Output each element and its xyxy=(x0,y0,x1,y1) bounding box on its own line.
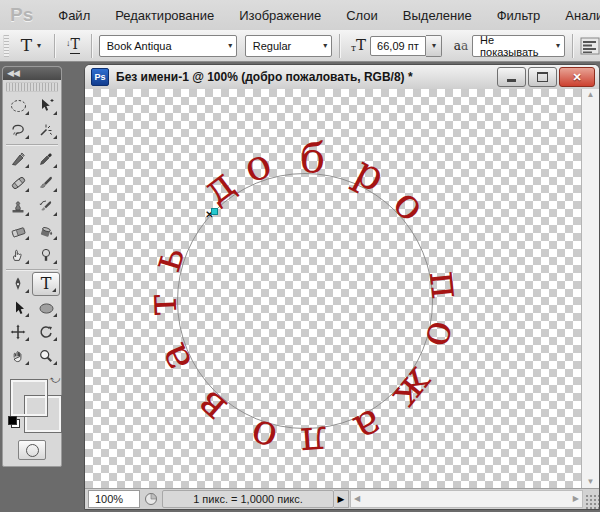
magic-wand-icon[interactable] xyxy=(32,118,60,142)
options-grip[interactable] xyxy=(3,35,9,57)
elliptical-marquee-tool[interactable] xyxy=(4,94,32,118)
tool-group-separator xyxy=(6,269,58,270)
font-style-value: Regular xyxy=(253,40,292,52)
clone-stamp-icon[interactable] xyxy=(4,195,32,219)
menu-layers[interactable]: Слои xyxy=(337,8,387,23)
eyedropper-icon[interactable] xyxy=(32,147,60,171)
minimize-icon xyxy=(507,79,516,82)
anti-alias-value: Не показывать xyxy=(480,34,550,58)
menu-image[interactable]: Изображение xyxy=(230,8,330,23)
canvas[interactable]: добро пожаловать ✕ xyxy=(85,89,581,488)
menu-edit[interactable]: Редактирование xyxy=(106,8,223,23)
font-family-value: Book Antiqua xyxy=(107,40,172,52)
circle-letter: л xyxy=(299,420,329,464)
collapse-panel-button[interactable]: ◀◀ xyxy=(3,67,61,80)
hand-tool-icon[interactable] xyxy=(4,344,32,368)
text-orientation-button[interactable]: ↓ T xyxy=(62,35,84,55)
maximize-icon xyxy=(537,72,548,82)
align-left-icon[interactable] xyxy=(580,37,600,55)
3d-rotate-icon[interactable] xyxy=(4,320,32,344)
history-brush-icon[interactable] xyxy=(32,195,60,219)
circle-letter xyxy=(412,228,456,257)
anti-alias-icon: aa xyxy=(454,40,468,52)
color-swatches: ⤸ xyxy=(3,374,61,436)
status-bar: 100% 1 пикс. = 1,0000 пикс. ▶ ◀ ▶ xyxy=(85,488,599,509)
separator xyxy=(91,34,92,58)
tool-preset-picker[interactable]: T ▾ xyxy=(15,35,47,56)
circle-letter: в xyxy=(188,384,233,431)
photoshop-app: { "menu_bar": { "logo": "Ps", "items": [… xyxy=(0,0,600,512)
scroll-down-icon[interactable]: ▼ xyxy=(587,478,595,486)
font-size-icon: тT xyxy=(351,38,366,53)
path-selection-icon[interactable] xyxy=(4,296,32,320)
circle-letter: т xyxy=(141,293,184,318)
separator xyxy=(339,34,340,58)
paint-bucket-icon[interactable] xyxy=(32,219,60,243)
eraser-tool-icon[interactable] xyxy=(4,219,32,243)
tools-panel: ◀◀ xyxy=(2,66,62,467)
chevron-down-icon: ▾ xyxy=(37,41,41,50)
menu-filter[interactable]: Фильтр xyxy=(488,8,550,23)
foreground-color-swatch[interactable] xyxy=(11,380,47,416)
font-style-select[interactable]: Regular ▾ xyxy=(245,35,332,57)
ellipse-shape-icon[interactable] xyxy=(32,296,60,320)
circle-letter: о xyxy=(385,182,433,229)
font-size-value: 66,09 пт xyxy=(377,40,419,52)
type-tool-icon: T xyxy=(21,37,32,54)
separator xyxy=(54,34,55,58)
circle-letter: ь xyxy=(145,241,192,275)
lasso-tool-icon[interactable] xyxy=(4,118,32,142)
menu-file[interactable]: Файл xyxy=(49,8,99,23)
horizontal-scrollbar[interactable]: ◀ ▶ xyxy=(350,490,583,508)
chevron-down-icon: ▾ xyxy=(323,41,327,50)
close-button[interactable]: ✕ xyxy=(559,67,595,87)
anti-alias-select[interactable]: Не показывать ▾ xyxy=(472,35,565,57)
menu-select[interactable]: Выделение xyxy=(394,8,481,23)
status-flyout-button[interactable]: ▶ xyxy=(334,490,349,508)
quick-mask-button[interactable] xyxy=(18,440,46,460)
status-info-panel[interactable]: 1 пикс. = 1,0000 пикс. xyxy=(162,490,334,508)
menu-analysis[interactable]: Анализ xyxy=(556,8,600,23)
circle-letter: а xyxy=(150,338,199,378)
document-title-bar[interactable]: Ps Без имени-1 @ 100% (добро пожаловать,… xyxy=(85,65,599,89)
swap-colors-icon[interactable]: ⤸ xyxy=(49,377,61,383)
dodge-tool-icon[interactable] xyxy=(32,243,60,267)
quick-mask-circle-icon xyxy=(26,444,39,457)
document-size-pie-icon xyxy=(144,492,158,506)
font-size-dropdown-button[interactable]: ▾ xyxy=(426,35,442,57)
circle-letter: б xyxy=(299,137,327,180)
move-tool-icon[interactable] xyxy=(32,94,60,118)
zoom-tool-icon[interactable] xyxy=(32,344,60,368)
resize-grip[interactable] xyxy=(584,493,599,509)
slice-tool-icon[interactable] xyxy=(4,147,32,171)
separator xyxy=(572,34,573,58)
circle-letter: о xyxy=(246,412,282,459)
close-icon: ✕ xyxy=(572,71,581,84)
pen-tool-icon[interactable] xyxy=(4,272,32,296)
right-arrow-icon: ▶ xyxy=(338,494,345,504)
scroll-left-icon[interactable]: ◀ xyxy=(354,495,360,503)
vertical-scrollbar[interactable]: ▲ ▼ xyxy=(581,89,599,488)
smudge-tool-icon[interactable] xyxy=(4,243,32,267)
healing-brush-icon[interactable] xyxy=(4,171,32,195)
document-title: Без имени-1 @ 100% (добро пожаловать, RG… xyxy=(116,70,495,84)
chevron-down-icon: ▾ xyxy=(228,41,232,50)
brush-tool-icon[interactable] xyxy=(32,171,60,195)
type-tool[interactable]: T xyxy=(32,272,60,296)
circle-letter: а xyxy=(348,402,389,451)
font-family-select[interactable]: Book Antiqua ▾ xyxy=(99,35,238,57)
menu-bar: Ps Файл Редактирование Изображение Слои … xyxy=(0,0,600,31)
tool-group-separator xyxy=(6,144,58,145)
circle-letter: п xyxy=(423,269,468,301)
scroll-right-icon[interactable]: ▶ xyxy=(573,495,579,503)
panel-grip[interactable] xyxy=(6,82,58,92)
zoom-level-field[interactable]: 100% xyxy=(88,490,140,508)
maximize-button[interactable] xyxy=(528,67,557,87)
scroll-up-icon[interactable]: ▲ xyxy=(587,91,595,99)
minimize-button[interactable] xyxy=(497,67,526,87)
default-colors-icon[interactable] xyxy=(8,416,20,428)
3d-orbit-icon[interactable] xyxy=(32,320,60,344)
circle-letter: о xyxy=(239,142,277,190)
font-size-input[interactable]: 66,09 пт xyxy=(370,36,426,56)
chevron-down-icon: ▾ xyxy=(432,41,436,50)
